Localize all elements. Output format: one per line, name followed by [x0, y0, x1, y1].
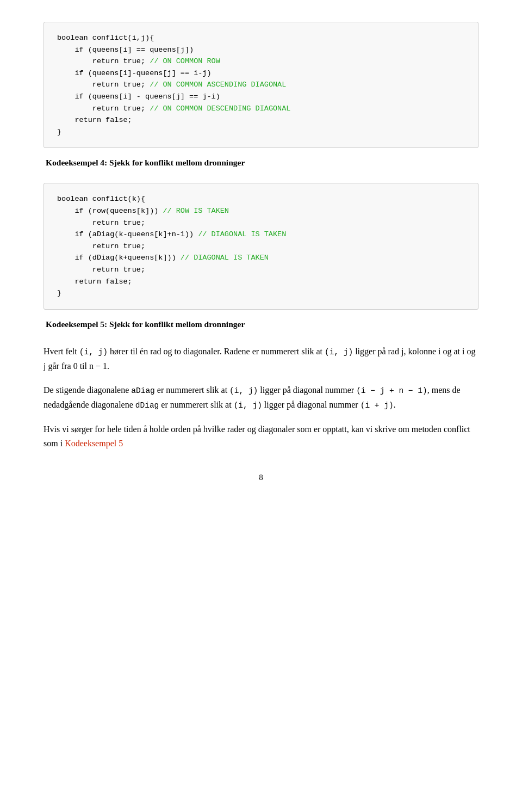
code-line: } — [57, 126, 465, 138]
paragraph-2: De stigende diagonalene aDiag er nummere… — [44, 383, 478, 413]
code-line: return true; // ON COMMON ASCENDING DIAG… — [57, 79, 465, 91]
code-line: return true; // ON COMMON ROW — [57, 56, 465, 67]
code-line: if (aDiag(k-queens[k]+n-1)) // DIAGONAL … — [57, 229, 465, 241]
code-line: return true; // ON COMMON DESCENDING DIA… — [57, 103, 465, 115]
code-line: return false; — [57, 114, 465, 126]
caption-2: Kodeeksempel 5: Sjekk for konflikt mello… — [44, 319, 478, 329]
code-line: if (queens[i] - queens[j] == j-i) — [57, 91, 465, 103]
code-line: return false; — [57, 276, 465, 288]
code-line: if (queens[i]-queens[j] == i-j) — [57, 67, 465, 79]
code-line: if (queens[i] == queens[j]) — [57, 44, 465, 56]
code-line: boolean conflict(i,j){ — [57, 32, 465, 44]
caption-1: Kodeeksempel 4: Sjekk for konflikt mello… — [44, 158, 478, 168]
code-block-2: boolean conflict(k){ if (row(queens[k]))… — [44, 183, 478, 309]
code-line: return true; — [57, 217, 465, 229]
paragraph-1: Hvert felt (i, j) hører til én rad og to… — [44, 345, 478, 373]
code-line: if (dDiag(k+queens[k])) // DIAGONAL IS T… — [57, 252, 465, 264]
paragraph-3: Hvis vi sørger for hele tiden å holde or… — [44, 422, 478, 451]
code-line: boolean conflict(k){ — [57, 193, 465, 205]
code-line: } — [57, 287, 465, 299]
code-block-1: boolean conflict(i,j){ if (queens[i] == … — [44, 22, 478, 148]
code-line: if (row(queens[k])) // ROW IS TAKEN — [57, 205, 465, 217]
code-line: return true; — [57, 241, 465, 253]
page-number: 8 — [44, 473, 478, 482]
code-line: return true; — [57, 264, 465, 276]
